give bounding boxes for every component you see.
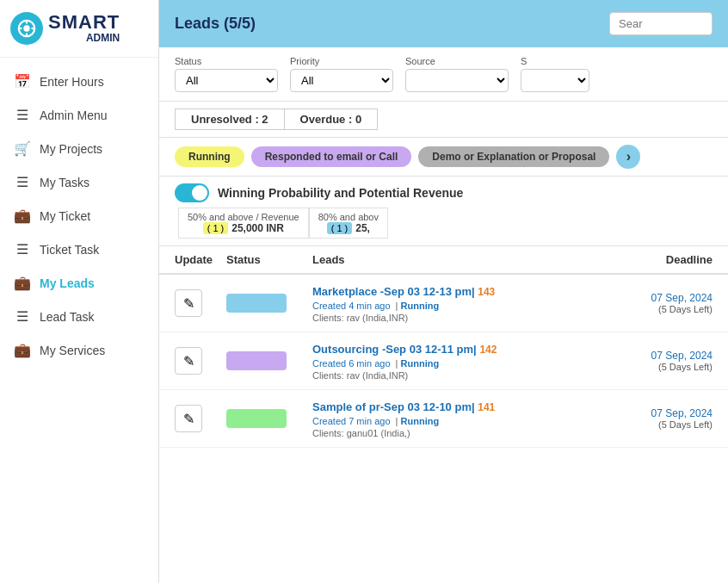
lead-time-1: Created 4 min ago xyxy=(312,301,391,311)
deadline-cell-1: 07 Sep, 2024 (5 Days Left) xyxy=(592,292,713,314)
page-title: Leads (5/5) xyxy=(175,15,256,33)
prob-count-50: ( 1 ) xyxy=(203,222,229,234)
stage-demo[interactable]: Demo or Explanation or Proposal xyxy=(418,146,609,167)
stage-more[interactable]: › xyxy=(616,145,640,169)
col-status: Status xyxy=(226,253,312,266)
update-cell-2: ✎ xyxy=(175,347,226,375)
source-filter-label: Source xyxy=(405,56,509,66)
prob-block-50: 50% and above / Revenue ( 1 ) 25,000 INR xyxy=(178,208,309,239)
sidebar-item-my-tasks[interactable]: ☰ My Tasks xyxy=(0,165,158,199)
lead-name-3: Sample of pr-Sep 03 12-10 pm| xyxy=(312,400,475,413)
leads-icon: 💼 xyxy=(14,275,31,291)
prob-amount-80: 25, xyxy=(355,222,370,234)
prob-block-80: 80% and abov ( 1 ) 25, xyxy=(309,208,388,239)
col-deadline: Deadline xyxy=(592,253,713,266)
lead-title-3[interactable]: Sample of pr-Sep 03 12-10 pm| 141 xyxy=(312,399,592,414)
sidebar-item-my-leads[interactable]: 💼 My Leads xyxy=(0,266,158,300)
lead-num-2: 142 xyxy=(479,344,497,356)
main-header: Leads (5/5) xyxy=(159,0,728,47)
source-filter-select[interactable] xyxy=(405,69,509,92)
table-row: ✎ Outsourcing -Sep 03 12-11 pm| 142 Crea… xyxy=(159,332,728,390)
lead-client-1: Clients: rav (India,INR) xyxy=(312,313,592,323)
lead-title-2[interactable]: Outsourcing -Sep 03 12-11 pm| 142 xyxy=(312,341,592,357)
sidebar-label-lead-task: Lead Task xyxy=(40,310,95,324)
prob-header-80: 80% and abov xyxy=(318,212,379,222)
sidebar-item-enter-hours[interactable]: 📅 Enter Hours xyxy=(0,65,158,98)
overdue-badge: Overdue : 0 xyxy=(284,109,379,130)
overdue-label: Overdue : xyxy=(300,113,355,126)
prob-amount-50: 25,000 INR xyxy=(231,222,284,234)
status-pill-3 xyxy=(226,409,287,428)
sidebar-item-ticket-task[interactable]: ☰ Ticket Task xyxy=(0,233,158,266)
update-cell-1: ✎ xyxy=(175,289,226,317)
toggle-knob xyxy=(192,185,207,201)
sidebar-label-my-leads: My Leads xyxy=(40,276,95,290)
s-filter-select[interactable] xyxy=(521,69,589,92)
status-cell-2 xyxy=(226,351,312,370)
sidebar-item-my-ticket[interactable]: 💼 My Ticket xyxy=(0,199,158,233)
sidebar-item-my-services[interactable]: 💼 My Services xyxy=(0,333,158,367)
lead-name-2: Outsourcing -Sep 03 12-11 pm| xyxy=(312,343,477,356)
col-leads: Leads xyxy=(312,253,592,266)
update-button-3[interactable]: ✎ xyxy=(175,405,202,432)
lead-client-3: Clients: ganu01 (India,) xyxy=(312,428,592,438)
sidebar-item-lead-task[interactable]: ☰ Lead Task xyxy=(0,300,158,333)
lead-meta-1: Created 4 min ago | Running xyxy=(312,301,592,311)
lead-status-1: Running xyxy=(401,301,440,311)
priority-filter-group: Priority All xyxy=(290,56,393,92)
update-button-1[interactable]: ✎ xyxy=(175,289,202,317)
table-header: Update Status Leads Deadline xyxy=(159,246,728,275)
pipeline-bar: Running Responded to email or Call Demo … xyxy=(159,138,728,177)
ticket-icon: 💼 xyxy=(14,208,31,224)
probability-toggle[interactable] xyxy=(175,183,209,202)
lead-num-3: 141 xyxy=(478,401,495,413)
lead-link-1[interactable]: Marketplace -Sep 03 12-13 pm| 143 xyxy=(312,285,495,298)
lead-status-3: Running xyxy=(401,416,440,426)
lead-num-1: 143 xyxy=(478,286,495,298)
probability-section: Winning Probability and Potential Revenu… xyxy=(159,177,728,246)
lead-cell-3: Sample of pr-Sep 03 12-10 pm| 141 Create… xyxy=(312,399,592,438)
deadline-days-2: (5 Days Left) xyxy=(592,362,713,372)
lead-title-1[interactable]: Marketplace -Sep 03 12-13 pm| 143 xyxy=(312,283,592,299)
lead-client-2: Clients: rav (India,INR) xyxy=(312,370,592,381)
status-cell-3 xyxy=(226,409,312,428)
update-cell-3: ✎ xyxy=(175,405,226,432)
lead-name-1: Marketplace -Sep 03 12-13 pm| xyxy=(312,285,475,298)
sidebar-label-my-services: My Services xyxy=(40,344,105,357)
update-button-2[interactable]: ✎ xyxy=(175,347,202,375)
status-filter-label: Status xyxy=(175,56,278,66)
probability-title: Winning Probability and Potential Revenu… xyxy=(218,186,463,200)
logo: SMART ADMIN xyxy=(0,0,158,58)
stage-responded[interactable]: Responded to email or Call xyxy=(251,146,412,167)
prob-value-50: ( 1 ) 25,000 INR xyxy=(203,222,284,234)
calendar-icon: 📅 xyxy=(14,73,31,90)
search-input[interactable] xyxy=(609,12,713,35)
deadline-cell-2: 07 Sep, 2024 (5 Days Left) xyxy=(592,350,713,372)
lead-link-3[interactable]: Sample of pr-Sep 03 12-10 pm| 141 xyxy=(312,400,495,413)
sidebar: SMART ADMIN 📅 Enter Hours ☰ Admin Menu 🛒… xyxy=(0,0,159,583)
status-cell-1 xyxy=(226,294,312,313)
col-update: Update xyxy=(175,253,226,266)
lead-task-icon: ☰ xyxy=(14,308,31,325)
deadline-days-3: (5 Days Left) xyxy=(592,419,713,430)
deadline-cell-3: 07 Sep, 2024 (5 Days Left) xyxy=(592,407,713,430)
sidebar-item-admin-menu[interactable]: ☰ Admin Menu xyxy=(0,98,158,132)
priority-filter-select[interactable]: All xyxy=(290,69,393,92)
deadline-date-2: 07 Sep, 2024 xyxy=(592,350,713,362)
services-icon: 💼 xyxy=(14,342,31,358)
status-filter-select[interactable]: All xyxy=(175,69,278,92)
stage-running[interactable]: Running xyxy=(175,146,244,167)
source-filter-group: Source xyxy=(405,56,509,92)
sidebar-item-my-projects[interactable]: 🛒 My Projects xyxy=(0,132,158,165)
table-row: ✎ Sample of pr-Sep 03 12-10 pm| 141 Crea… xyxy=(159,390,728,448)
projects-icon: 🛒 xyxy=(14,140,31,157)
ticket-task-icon: ☰ xyxy=(14,241,31,257)
lead-cell-2: Outsourcing -Sep 03 12-11 pm| 142 Create… xyxy=(312,341,592,381)
lead-link-2[interactable]: Outsourcing -Sep 03 12-11 pm| 142 xyxy=(312,343,497,356)
tasks-icon: ☰ xyxy=(14,174,31,190)
sidebar-label-admin-menu: Admin Menu xyxy=(40,109,108,122)
logo-smart: SMART xyxy=(48,13,120,32)
prob-count-80: ( 1 ) xyxy=(327,222,353,234)
status-pill-2 xyxy=(226,351,287,370)
filters-bar: Status All Priority All Source S xyxy=(159,47,728,102)
